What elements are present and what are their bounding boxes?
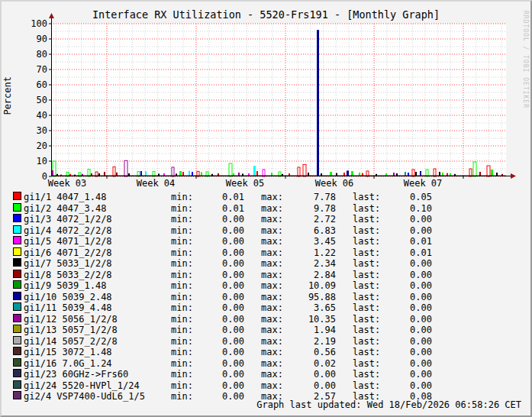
legend-max-value: 9.78 — [276, 203, 336, 215]
legend-last-value: 0.00 — [368, 302, 432, 314]
legend-row: gi1/23 60GHz->Frs60min:0.00max:0.00last:… — [2, 369, 530, 380]
legend-max-value: 3.45 — [276, 236, 336, 247]
y-tick-label: 20 — [15, 141, 47, 151]
legend-row: gi1/15 3072_1.48min:0.00max:0.56last:0.0… — [2, 347, 530, 358]
legend-last-value: 0.00 — [368, 369, 432, 380]
legend-max-value: 2.19 — [276, 336, 336, 348]
legend-row: gi1/12 5056_1/2/8min:0.00max:10.35last:0… — [2, 314, 530, 325]
legend-color-swatch — [13, 380, 21, 389]
legend-last-value: 0.00 — [368, 258, 432, 270]
legend-last-value: 0.05 — [368, 192, 432, 203]
legend-min-value: 0.01 — [185, 203, 244, 215]
legend-interface-name: gi2/4 VSP7400-UdL6_1/5 — [24, 391, 145, 402]
legend-max-value: 0.56 — [276, 347, 336, 358]
legend-interface-name: gi1/14 5057_2/2/8 — [24, 336, 118, 348]
y-tick-label: 80 — [15, 49, 47, 60]
legend-min-value: 0.00 — [185, 280, 244, 292]
legend-last-value: 0.00 — [368, 314, 432, 325]
legend-color-swatch — [13, 247, 21, 256]
legend-row: gi1/13 5057_1/2/8min:0.00max:1.94last:0.… — [2, 325, 530, 336]
legend-last-value: 0.00 — [368, 214, 432, 225]
legend-row: gi1/6 4071_2/2/8min:0.00max:1.22last:0.0… — [2, 247, 530, 259]
legend-interface-name: gi1/9 5039_1.48 — [24, 280, 106, 292]
y-tick-label: 40 — [15, 110, 47, 121]
legend-interface-name: gi1/11 5039_4.48 — [24, 302, 112, 314]
y-tick-label: 100 — [15, 18, 47, 29]
legend-color-swatch — [13, 236, 21, 244]
legend-interface-name: gi1/10 5039_2.48 — [24, 292, 112, 303]
legend-interface-name: gi1/4 4072_2/2/8 — [24, 225, 112, 237]
legend-color-swatch — [13, 270, 21, 278]
legend-min-value: 0.00 — [185, 270, 244, 281]
legend-max-value: 95.88 — [276, 292, 336, 303]
legend-interface-name: gi1/15 3072_1.48 — [24, 347, 112, 358]
legend-min-value: 0.00 — [185, 347, 244, 358]
legend-max-value: 10.35 — [276, 314, 336, 325]
x-week-label: Week 06 — [300, 178, 369, 189]
legend-row: gi1/2 4047_3.48min:0.01max:9.78last:0.10 — [2, 203, 530, 215]
legend-color-swatch — [13, 358, 21, 367]
legend-max-value: 6.83 — [276, 225, 336, 237]
plot-area — [51, 13, 517, 178]
legend-min-value: 0.00 — [185, 391, 244, 402]
legend-interface-name: gi1/24 5520-HVPl_1/24 — [24, 380, 140, 392]
x-week-label: Week 05 — [211, 178, 279, 189]
legend-last-value: 0.00 — [368, 280, 432, 292]
legend-min-value: 0.00 — [185, 302, 244, 314]
y-tick-label: 90 — [15, 34, 47, 44]
legend: gi1/1 4047_1.48min:0.01max:7.78last:0.05… — [2, 192, 530, 402]
legend-min-value: 0.00 — [185, 380, 244, 392]
legend-max-value: 0.00 — [276, 369, 336, 380]
legend-color-swatch — [13, 325, 21, 333]
legend-interface-name: gi1/2 4047_3.48 — [24, 203, 106, 215]
legend-row: gi1/3 4072_1/2/8min:0.00max:2.72last:0.0… — [2, 214, 530, 225]
legend-max-value: 0.02 — [276, 358, 336, 370]
legend-last-value: 0.00 — [368, 325, 432, 336]
legend-interface-name: gi1/8 5033_2/2/8 — [24, 270, 112, 281]
legend-interface-name: gi1/12 5056_1/2/8 — [24, 314, 118, 325]
y-tick-label: 50 — [15, 95, 47, 105]
legend-last-value: 0.00 — [368, 347, 432, 358]
legend-last-value: 0.00 — [368, 336, 432, 348]
legend-last-value: 0.00 — [368, 270, 432, 281]
legend-interface-name: gi1/3 4072_1/2/8 — [24, 214, 112, 225]
legend-color-swatch — [13, 347, 21, 355]
legend-max-value: 2.72 — [276, 214, 336, 225]
legend-last-value: 0.00 — [368, 225, 432, 237]
legend-interface-name: gi1/1 4047_1.48 — [24, 192, 106, 203]
x-week-label: Week 03 — [33, 178, 102, 189]
legend-row: gi1/7 5033_1/2/8min:0.00max:2.34last:0.0… — [2, 258, 530, 270]
legend-max-value: 10.09 — [276, 280, 336, 292]
legend-last-value: 0.01 — [368, 247, 432, 259]
x-week-label: Week 04 — [121, 178, 190, 189]
y-tick-label: 70 — [15, 64, 47, 75]
legend-max-value: 7.78 — [276, 192, 336, 203]
legend-min-value: 0.01 — [185, 192, 244, 203]
legend-interface-name: gi1/13 5057_1/2/8 — [24, 325, 118, 336]
legend-max-value: 3.65 — [276, 302, 336, 314]
legend-color-swatch — [13, 391, 21, 399]
legend-min-value: 0.00 — [185, 258, 244, 270]
legend-min-value: 0.00 — [185, 214, 244, 225]
legend-min-value: 0.00 — [185, 314, 244, 325]
legend-interface-name: gi1/7 5033_1/2/8 — [24, 258, 112, 270]
legend-color-swatch — [13, 214, 21, 222]
legend-color-swatch — [13, 302, 21, 311]
legend-last-value: 0.00 — [368, 380, 432, 392]
legend-interface-name: gi1/6 4071_2/2/8 — [24, 247, 112, 259]
legend-color-swatch — [13, 203, 21, 212]
legend-max-value: 1.22 — [276, 247, 336, 259]
y-axis-label: Percent — [2, 76, 13, 115]
legend-max-value: 2.34 — [276, 258, 336, 270]
legend-interface-name: gi1/23 60GHz->Frs60 — [24, 369, 128, 380]
legend-color-swatch — [13, 225, 21, 234]
y-tick-label: 60 — [15, 79, 47, 90]
legend-row: gi1/14 5057_2/2/8min:0.00max:2.19last:0.… — [2, 336, 530, 348]
legend-min-value: 0.00 — [185, 236, 244, 247]
legend-min-value: 0.00 — [185, 325, 244, 336]
legend-last-value: 0.00 — [368, 292, 432, 303]
x-week-label: Week 07 — [389, 178, 457, 189]
legend-row: gi1/9 5039_1.48min:0.00max:10.09last:0.0… — [2, 280, 530, 292]
legend-last-value: 0.00 — [368, 358, 432, 370]
legend-last-value: 0.01 — [368, 236, 432, 247]
